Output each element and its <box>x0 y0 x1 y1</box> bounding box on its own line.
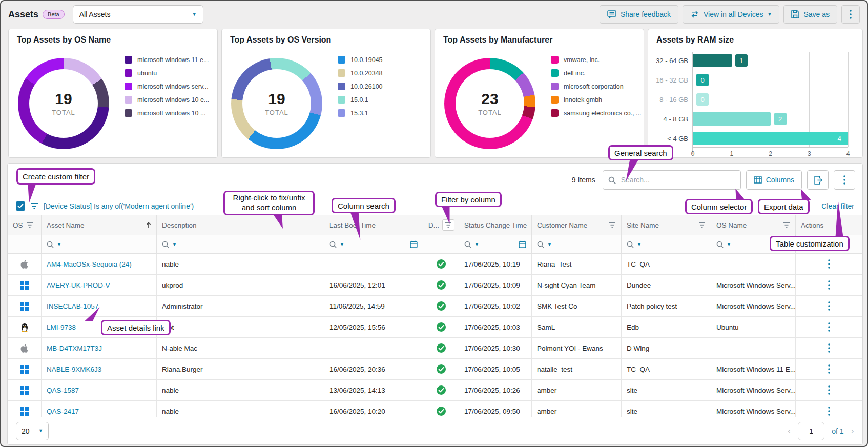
search-icon[interactable] <box>716 241 724 248</box>
view-in-all-devices-button[interactable]: View in all Devices ▼ <box>683 5 779 24</box>
legend-item[interactable]: innotek gmbh <box>551 96 641 104</box>
asset-details-link[interactable]: AVERY-UK-PROD-V <box>47 281 110 289</box>
column-search-description[interactable]: ▼ <box>157 235 324 253</box>
legend-item[interactable]: microsoft corporation <box>551 83 641 90</box>
share-feedback-button[interactable]: Share feedback <box>600 5 678 24</box>
asset-details-link[interactable]: QAS-1587 <box>47 387 79 394</box>
table-row[interactable]: MB-D4TXM17T3JN-able Mac17/06/2025, 10:30… <box>8 338 862 359</box>
search-input[interactable] <box>620 175 735 185</box>
legend-item[interactable]: microsoft windows 10 e... <box>125 96 209 104</box>
row-actions-kebab-button[interactable] <box>828 259 830 269</box>
calendar-icon[interactable] <box>519 240 526 248</box>
search-icon[interactable] <box>329 241 337 248</box>
legend-item[interactable]: 15.0.1 <box>338 96 383 104</box>
column-search-lastBoot[interactable]: ▼ <box>324 235 423 253</box>
legend-item[interactable]: microsoft windows 10 ... <box>125 109 209 117</box>
asset-details-link[interactable]: QAS-2417 <box>47 408 79 415</box>
column-header-site[interactable]: Site Name <box>622 215 711 235</box>
search-icon[interactable] <box>47 241 54 248</box>
column-header-assetName[interactable]: Asset Name <box>42 215 157 235</box>
search-mode-caret-icon[interactable]: ▼ <box>547 242 552 247</box>
column-search-site[interactable]: ▼ <box>622 235 711 253</box>
page-size-select[interactable]: 20 ▼ <box>16 422 49 440</box>
row-actions-kebab-button[interactable] <box>828 301 830 311</box>
column-header-deviceStatus[interactable]: D... <box>423 215 459 235</box>
search-icon[interactable] <box>627 241 634 248</box>
asset-details-link[interactable]: LMI-9738 <box>47 323 76 331</box>
search-mode-caret-icon[interactable]: ▼ <box>172 242 177 247</box>
search-icon[interactable] <box>464 241 471 248</box>
save-as-button[interactable]: Save as <box>783 5 837 24</box>
column-search-statusChange[interactable]: ▼ <box>459 235 532 253</box>
bar-category-label: 32 - 64 GB <box>655 54 692 67</box>
page-menu-kebab-button[interactable] <box>841 5 860 24</box>
legend-item[interactable]: ubuntu <box>125 69 209 77</box>
row-actions-kebab-button[interactable] <box>828 407 830 416</box>
legend-item[interactable]: 15.3.1 <box>338 109 383 117</box>
column-search-customer[interactable]: ▼ <box>532 235 622 253</box>
row-actions-kebab-button[interactable] <box>828 385 830 395</box>
legend-item[interactable]: dell inc. <box>551 69 641 77</box>
row-actions-kebab-button[interactable] <box>828 280 830 290</box>
column-filter-icon[interactable] <box>26 222 33 228</box>
asset-details-link[interactable]: MB-D4TXM17T3J <box>47 344 102 352</box>
sort-asc-icon[interactable] <box>146 222 151 229</box>
column-filter-icon[interactable] <box>783 222 790 228</box>
search-mode-caret-icon[interactable]: ▼ <box>727 242 731 247</box>
search-mode-caret-icon[interactable]: ▼ <box>57 242 61 247</box>
search-mode-caret-icon[interactable]: ▼ <box>637 242 642 247</box>
site-cell: Patch policy test <box>622 296 711 316</box>
legend-item[interactable]: 10.0.19045 <box>338 56 383 64</box>
row-actions-kebab-button[interactable] <box>828 322 830 332</box>
status-change-cell: 17/06/2025, 10:09 <box>459 275 532 295</box>
legend-item[interactable]: vmware, inc. <box>551 56 641 64</box>
asset-details-link[interactable]: INSECLAB-1057 <box>47 302 98 310</box>
search-mode-caret-icon[interactable]: ▼ <box>340 242 344 247</box>
filter-expression[interactable]: [Device Status] Is any of('Modern agent … <box>44 202 194 210</box>
asset-details-link[interactable]: NABLE-9XMK6J3 <box>47 365 101 373</box>
search-icon <box>608 176 616 184</box>
column-header-osName[interactable]: OS Name <box>711 215 796 235</box>
table-row[interactable]: NABLE-9XMK6J3Riana.Burger16/06/2025, 20:… <box>8 359 862 380</box>
column-filter-icon[interactable] <box>698 222 706 228</box>
legend-item[interactable]: microsoft windows 11 e... <box>125 56 209 64</box>
column-header-customer[interactable]: Customer Name <box>532 215 622 235</box>
table-row[interactable]: INSECLAB-1057Administrator11/06/2025, 14… <box>8 296 862 317</box>
table-row[interactable]: QAS-1587nable13/06/2025, 14:1317/06/2025… <box>8 380 862 401</box>
column-header-os[interactable]: OS <box>8 215 42 235</box>
column-filter-icon[interactable] <box>609 222 616 228</box>
bar[interactable] <box>693 112 771 126</box>
asset-details-link[interactable]: AM4-MacOSx-Sequoia (24) <box>47 260 132 268</box>
bar[interactable] <box>693 54 732 67</box>
device-status-cell <box>423 359 459 379</box>
table-row[interactable]: AVERY-UK-PROD-Vukprod16/06/2025, 12:0117… <box>8 275 862 296</box>
filter-funnel-icon[interactable] <box>30 202 38 210</box>
column-header-lastBoot[interactable]: Last Boot Time <box>324 215 423 235</box>
search-icon[interactable] <box>537 241 544 248</box>
calendar-icon[interactable] <box>410 240 418 248</box>
row-actions-kebab-button[interactable] <box>828 364 830 374</box>
next-page-button[interactable]: › <box>851 426 854 436</box>
table-row[interactable]: QAS-2417nable16/06/2025, 10:2017/06/2025… <box>8 401 862 418</box>
table-row[interactable]: AM4-MacOSx-Sequoia (24)nable17/06/2025, … <box>8 254 862 275</box>
legend-item[interactable]: 10.0.20348 <box>338 69 383 77</box>
prev-page-button[interactable]: ‹ <box>788 426 791 436</box>
column-header-actions[interactable]: Actions <box>796 215 862 235</box>
column-search-assetName[interactable]: ▼ <box>42 235 157 253</box>
legend-item[interactable]: 10.0.26100 <box>338 83 383 90</box>
search-mode-caret-icon[interactable]: ▼ <box>474 242 479 247</box>
asset-scope-select[interactable]: All Assets ▼ <box>73 5 203 24</box>
export-button[interactable] <box>807 170 829 190</box>
linux-os-icon <box>20 322 29 332</box>
legend-item[interactable]: microsoft windows serv... <box>125 83 209 90</box>
legend-item[interactable]: samsung electronics co., ... <box>551 109 641 117</box>
bar[interactable] <box>693 132 848 145</box>
row-actions-cell <box>796 359 862 379</box>
table-customization-kebab-button[interactable] <box>834 170 855 190</box>
row-actions-kebab-button[interactable] <box>828 343 830 353</box>
column-header-statusChange[interactable]: Status Change Time <box>459 215 532 235</box>
search-icon[interactable] <box>162 241 169 248</box>
columns-button[interactable]: Columns <box>746 170 802 190</box>
current-page-box[interactable]: 1 <box>798 422 824 440</box>
column-header-description[interactable]: Description <box>157 215 324 235</box>
